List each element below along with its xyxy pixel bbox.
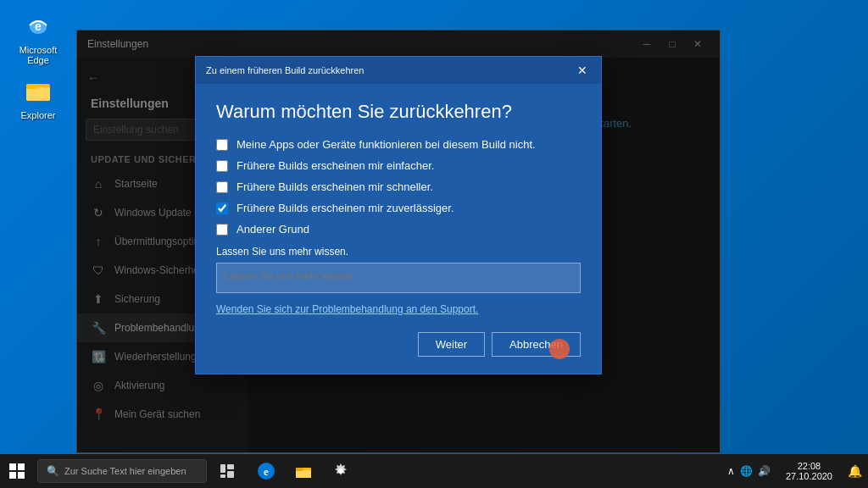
desktop: e Microsoft Edge Explorer Einstellungen …	[0, 0, 868, 488]
dialog-title: Zu einem früheren Build zurückkehren	[206, 65, 364, 75]
chevron-icon: ∧	[727, 465, 735, 477]
checkbox-item-1[interactable]: Meine Apps oder Geräte funktionieren bei…	[216, 138, 581, 151]
svg-rect-7	[18, 463, 25, 470]
checkbox-label-4: Frühere Builds erscheinen mir zuverlässi…	[236, 202, 454, 214]
search-icon: 🔍	[47, 465, 59, 477]
dialog-footer: Weiter Abbrechen	[216, 332, 581, 357]
edge-label: Microsoft Edge	[8, 45, 68, 65]
taskbar-search-text: Zur Suche Text hier eingeben	[64, 466, 186, 476]
checkbox-item-3[interactable]: Frühere Builds erscheinen mir schneller.	[216, 180, 581, 193]
rollback-dialog: Zu einem früheren Build zurückkehren ✕ W…	[195, 56, 602, 374]
explorer-label: Explorer	[21, 110, 56, 120]
explorer-desktop-icon[interactable]: Explorer	[8, 74, 68, 120]
notification-button[interactable]: 🔔	[841, 454, 868, 488]
dialog-body: Warum möchten Sie zurückkehren? Meine Ap…	[196, 84, 601, 374]
taskbar-edge[interactable]: e	[248, 454, 285, 488]
checkbox-4[interactable]	[216, 202, 228, 214]
svg-text:e: e	[35, 19, 42, 33]
taskbar: 🔍 Zur Suche Text hier eingeben e	[0, 454, 868, 488]
taskbar-apps: e	[248, 454, 359, 488]
start-button[interactable]	[0, 454, 34, 488]
svg-rect-18	[296, 468, 303, 471]
svg-rect-17	[296, 470, 311, 478]
clock-time: 22:08	[798, 461, 821, 471]
checkbox-label-3: Frühere Builds erscheinen mir schneller.	[236, 180, 433, 193]
edge-desktop-icon[interactable]: e Microsoft Edge	[8, 8, 68, 65]
support-link[interactable]: Wenden Sie sich zur Problembehandlung an…	[216, 303, 581, 315]
checkbox-3[interactable]	[216, 181, 228, 193]
checkbox-2[interactable]	[216, 160, 228, 172]
svg-rect-10	[220, 464, 225, 473]
checkbox-item-5[interactable]: Anderer Grund	[216, 223, 581, 236]
system-tray[interactable]: ∧ 🌐 🔊	[721, 465, 777, 477]
svg-rect-11	[227, 464, 234, 469]
checkbox-item-2[interactable]: Frühere Builds erscheinen mir einfacher.	[216, 159, 581, 172]
feedback-textarea[interactable]	[216, 263, 581, 293]
svg-rect-4	[26, 87, 50, 101]
checkbox-label-1: Meine Apps oder Geräte funktionieren bei…	[236, 138, 536, 151]
checkbox-5[interactable]	[216, 224, 228, 236]
volume-icon: 🔊	[758, 465, 771, 477]
taskbar-settings[interactable]	[322, 454, 359, 488]
weiter-button[interactable]: Weiter	[418, 332, 485, 357]
svg-rect-5	[26, 84, 36, 89]
svg-rect-12	[227, 471, 234, 478]
edge-icon: e	[21, 8, 55, 42]
taskbar-clock[interactable]: 22:08 27.10.2020	[777, 454, 841, 488]
clock-date: 27.10.2020	[786, 471, 832, 481]
desktop-icons: e Microsoft Edge Explorer	[8, 8, 68, 120]
checkbox-1[interactable]	[216, 139, 228, 151]
dialog-titlebar: Zu einem früheren Build zurückkehren ✕	[196, 57, 601, 84]
dialog-heading: Warum möchten Sie zurückkehren?	[216, 101, 581, 123]
explorer-icon	[21, 74, 55, 108]
svg-rect-9	[18, 472, 25, 479]
svg-rect-8	[9, 472, 16, 479]
checkbox-label-5: Anderer Grund	[236, 223, 309, 236]
dialog-overlay: Zu einem früheren Build zurückkehren ✕ W…	[77, 30, 720, 452]
taskbar-search-box[interactable]: 🔍 Zur Suche Text hier eingeben	[37, 459, 207, 483]
checkbox-item-4[interactable]: Frühere Builds erscheinen mir zuverlässi…	[216, 202, 581, 214]
taskbar-right: ∧ 🌐 🔊 22:08 27.10.2020 🔔	[721, 454, 868, 488]
svg-rect-13	[220, 474, 225, 478]
textarea-label: Lassen Sie uns mehr wissen.	[216, 246, 581, 258]
dialog-close-button[interactable]: ✕	[574, 62, 591, 79]
abbrechen-button[interactable]: Abbrechen	[492, 332, 581, 357]
checkbox-label-2: Frühere Builds erscheinen mir einfacher.	[236, 159, 434, 172]
svg-rect-6	[9, 463, 16, 470]
network-icon: 🌐	[740, 465, 753, 477]
task-view-button[interactable]	[210, 454, 244, 488]
svg-text:e: e	[264, 465, 269, 478]
settings-window: Einstellungen ─ □ ✕ ← Einstellungen Upda…	[76, 30, 721, 453]
taskbar-explorer[interactable]	[285, 454, 322, 488]
